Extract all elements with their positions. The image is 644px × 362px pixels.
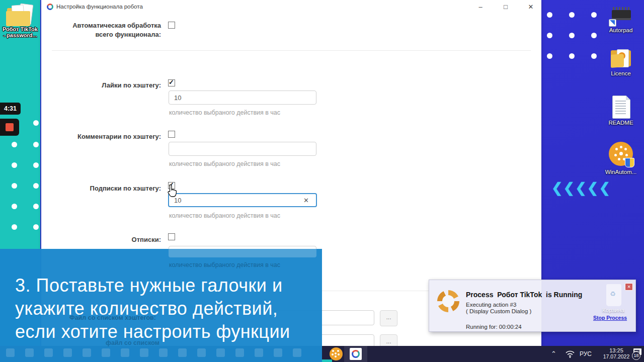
process-spinner-icon (437, 290, 459, 312)
ghost-taskbar-icon (63, 348, 72, 357)
tray-time: 13:25 (599, 347, 634, 353)
deco-dot (33, 224, 39, 230)
deco-dot (591, 53, 597, 59)
screen: Робот TikTok - password... 4:31 ❮❮❮❮❮ (0, 0, 644, 362)
process-notification: Process Робот TikTok is Running Executin… (429, 280, 636, 332)
notification-count-badge: 18 (632, 351, 640, 360)
close-button[interactable]: ✕ (523, 2, 538, 12)
ghost-taskbar-icon (216, 348, 225, 357)
ghost-taskbar-icon (44, 348, 53, 357)
deco-dot (547, 33, 552, 38)
browse-button[interactable]: ... (380, 310, 397, 326)
ghost-taskbar-icon (197, 348, 206, 357)
folder-icon[interactable] (6, 3, 34, 26)
tray-chevron-icon[interactable]: ⌃ (551, 350, 556, 357)
deco-dot (547, 53, 552, 59)
field-label: Лайки по хэштегу: (60, 81, 161, 90)
ghost-taskbar-icon (255, 348, 263, 357)
follows-count-input[interactable] (168, 193, 317, 207)
wifi-icon[interactable] (565, 349, 575, 358)
notification-line2: ( Display Custom Dialog ) (466, 308, 531, 314)
app-ring-icon (47, 4, 53, 10)
deco-dot (12, 183, 17, 189)
field-label: Отписки: (60, 235, 161, 244)
deco-dot (12, 142, 17, 147)
notification-close-icon[interactable]: ✕ (625, 283, 633, 291)
ghost-taskbar-icon (25, 348, 34, 357)
checkbox-comments-by-hashtag[interactable] (168, 131, 175, 138)
ghost-taskbar-icon (178, 348, 187, 357)
likes-count-input[interactable] (169, 90, 316, 105)
caption-line-3: если хотите настроить функции (15, 321, 290, 342)
caption-overlay: количество выбраного действия в час Файл… (0, 249, 322, 362)
deco-dot (591, 33, 597, 38)
deco-dot (591, 12, 597, 18)
field-hint: количество выбраного действия в час (169, 212, 280, 219)
notification-title: Process Робот TikTok is Running (466, 291, 582, 299)
ghost-taskbar-icon (83, 348, 91, 357)
deco-dot (33, 120, 39, 126)
notification-running-time: Running for: 00:00:24 (466, 324, 522, 330)
notification-line1: Executing action #3 (466, 302, 516, 308)
divider (52, 50, 531, 51)
checkbox-unfollows[interactable] (168, 233, 175, 240)
clear-input-icon[interactable]: ✕ (303, 197, 309, 204)
icon-label: Autorpad (602, 27, 640, 33)
icon-label: WinAutom... (602, 169, 640, 175)
stop-recording-button[interactable] (0, 119, 19, 136)
recording-timer: 4:31 (0, 103, 21, 115)
deco-dot (12, 224, 17, 230)
ghost-taskbar-icon (102, 348, 110, 357)
desktop-icon-winautomation[interactable]: WinAutom... (602, 141, 640, 177)
ghost-taskbar-icon (159, 348, 168, 357)
stop-process-link[interactable]: Stop Process (593, 315, 627, 321)
clock[interactable]: 13:25 17.07.2022 (599, 347, 634, 359)
deco-dot (33, 142, 39, 147)
language-indicator[interactable]: РУС (580, 350, 592, 357)
shield-overlay-icon (625, 158, 634, 167)
desktop-icon-autorpad[interactable]: Autorpad (602, 7, 640, 36)
ghost-taskbar-icon (293, 348, 301, 357)
deco-dot (12, 204, 17, 209)
deco-dot (569, 12, 575, 18)
icon-label: Licence (602, 70, 640, 76)
tray-date: 17.07.2022 (599, 353, 634, 359)
recycle-bin-ghost-icon: ♻ (606, 284, 621, 306)
taskbar-robot-app-button[interactable] (344, 346, 367, 362)
hand-cursor (166, 184, 179, 199)
desktop-icon-readme[interactable]: README (602, 95, 640, 127)
minimize-button[interactable]: – (473, 2, 488, 12)
deco-dot (33, 162, 39, 168)
field-hint: количество выбраного действия в час (169, 160, 280, 167)
ghost-taskbar-icon (140, 348, 148, 357)
chevrons-decoration: ❮❮❮❮❮ (551, 180, 611, 196)
ghost-taskbar-icon (235, 348, 244, 357)
field-label: Комментарии по хэштегу: (60, 132, 161, 141)
deco-dot (547, 12, 552, 18)
caption-line-1: 3. Поставьте нужные галочки и (15, 275, 283, 296)
folder-label: Робот TikTok - password... (0, 26, 42, 38)
ghost-taskbar-icon (6, 348, 15, 357)
maximize-button[interactable]: □ (498, 2, 513, 12)
deco-dot (569, 53, 575, 59)
record-stop-icon (6, 123, 14, 131)
deco-dot (12, 162, 17, 168)
window-title: Настройка функционала робота (56, 4, 143, 10)
field-label: Подписки по хэштегу: (60, 184, 161, 193)
checkbox-likes-by-hashtag[interactable] (168, 79, 175, 86)
checkbox-auto-processing[interactable] (168, 22, 175, 29)
desktop-icon-licence[interactable]: Licence (602, 48, 640, 80)
recycle-bin-label: Корзина (598, 307, 628, 313)
deco-dot (33, 204, 39, 209)
ghost-input (169, 249, 316, 257)
comments-count-input[interactable] (169, 142, 316, 156)
ghost-taskbar-icon (274, 348, 282, 357)
field-label: Автоматическая обработка всего функциона… (60, 21, 161, 39)
ghost-taskbar-icon (121, 348, 129, 357)
deco-dot (33, 183, 39, 189)
deco-dot (569, 33, 575, 38)
caption-line-2: укажите количество действий, (15, 298, 278, 319)
icon-label: README (602, 120, 640, 126)
taskbar-winautomation-icon[interactable] (330, 347, 343, 360)
field-hint: количество выбраного действия в час (169, 109, 280, 116)
